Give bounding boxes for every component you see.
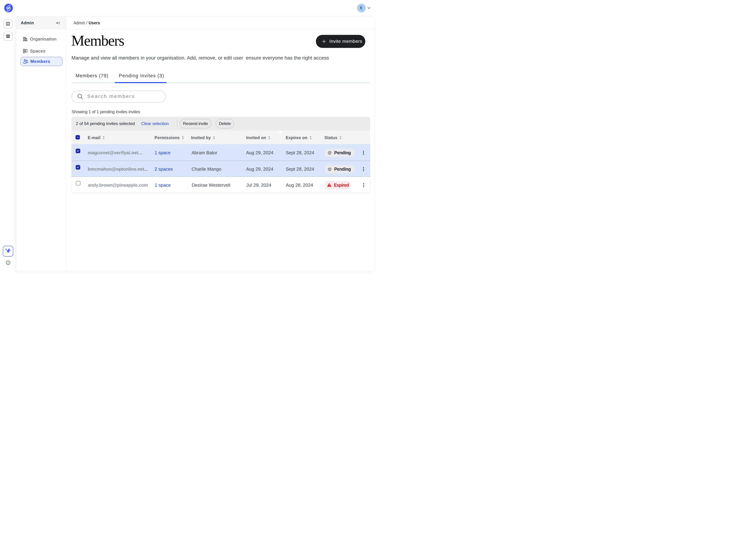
svg-text:i: i: [8, 261, 8, 264]
